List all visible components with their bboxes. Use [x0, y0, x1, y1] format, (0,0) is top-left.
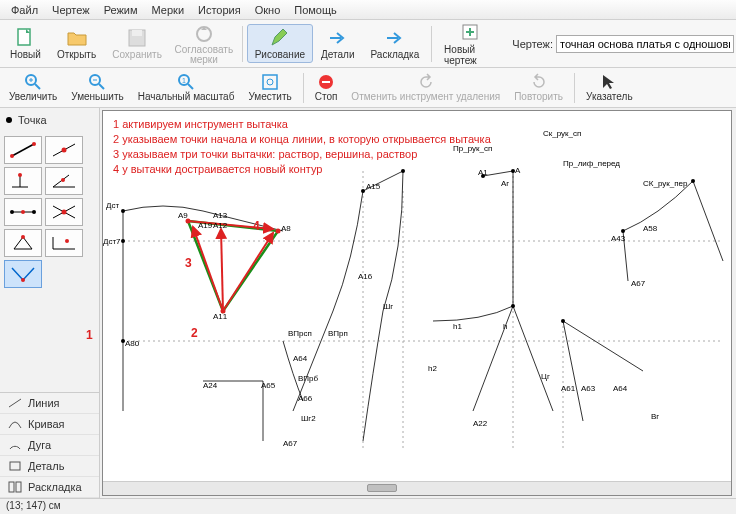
- svg-text:А12: А12: [213, 221, 228, 230]
- sidebar-item-detail[interactable]: Деталь: [0, 456, 99, 477]
- svg-text:А13: А13: [213, 211, 228, 220]
- svg-point-53: [121, 239, 125, 243]
- details-mode-button[interactable]: Детали: [313, 24, 362, 63]
- redo-icon: [530, 73, 548, 91]
- tool-line[interactable]: [4, 136, 42, 164]
- menu-help[interactable]: Помощь: [287, 2, 344, 18]
- svg-text:h: h: [503, 322, 507, 331]
- save-button[interactable]: Сохранить: [104, 24, 170, 63]
- svg-point-65: [691, 179, 695, 183]
- tool-shoulder[interactable]: [4, 198, 42, 226]
- svg-text:А64: А64: [613, 384, 628, 393]
- tool-point-on-line[interactable]: [45, 136, 83, 164]
- svg-text:А19: А19: [198, 221, 213, 230]
- stop-button[interactable]: Стоп: [308, 70, 345, 105]
- cursor-icon: [600, 73, 618, 91]
- svg-line-41: [563, 321, 643, 371]
- save-icon: [126, 27, 148, 49]
- layout-mode-button[interactable]: Раскладка: [363, 24, 428, 63]
- menu-file[interactable]: Файл: [4, 2, 45, 18]
- tool-bisector[interactable]: [45, 167, 83, 195]
- svg-point-17: [62, 148, 67, 153]
- sidebar-current-tool: Точка: [0, 108, 99, 132]
- svg-point-24: [21, 235, 25, 239]
- tool-dart[interactable]: [4, 260, 42, 288]
- svg-point-19: [61, 178, 65, 182]
- svg-text:А16: А16: [358, 272, 373, 281]
- menu-history[interactable]: История: [191, 2, 248, 18]
- sidebar-item-curve[interactable]: Кривая: [0, 414, 99, 435]
- tool-intersection[interactable]: [45, 198, 83, 226]
- status-bar: (13; 147) см: [0, 498, 736, 514]
- new-drawing-button[interactable]: Новый чертеж: [436, 19, 506, 69]
- redo-button[interactable]: Повторить: [507, 70, 570, 105]
- undo-button[interactable]: Отменить инструмент удаления: [344, 70, 507, 105]
- callout-1: 1: [86, 328, 93, 342]
- svg-line-49: [193, 227, 223, 311]
- tool-triangle[interactable]: [4, 229, 42, 257]
- svg-point-22: [32, 210, 36, 214]
- svg-point-25: [65, 239, 69, 243]
- sidebar-item-arc[interactable]: Дуга: [0, 435, 99, 456]
- undo-icon: [417, 73, 435, 91]
- svg-line-43: [693, 181, 723, 261]
- zoom-fit-icon: [261, 73, 279, 91]
- svg-text:А65: А65: [261, 381, 276, 390]
- canvas-area[interactable]: Дст Дст7 А80 А24 А65 А9 А12 А13 А19 А11 …: [102, 110, 732, 496]
- svg-rect-12: [322, 81, 330, 83]
- svg-text:Шг2: Шг2: [301, 414, 316, 423]
- menu-measures[interactable]: Мерки: [145, 2, 191, 18]
- svg-point-14: [10, 154, 14, 158]
- agree-measures-button[interactable]: Согласовать мерки: [170, 20, 238, 68]
- svg-rect-2: [132, 30, 142, 36]
- svg-line-51: [223, 233, 273, 311]
- svg-point-58: [361, 189, 365, 193]
- menu-bar: Файл Чертеж Режим Мерки История Окно Пом…: [0, 0, 736, 20]
- zoom-reset-button[interactable]: 1 Начальный масштаб: [131, 70, 242, 105]
- open-button[interactable]: Открыть: [49, 24, 104, 63]
- svg-text:А11: А11: [213, 312, 228, 321]
- svg-text:А24: А24: [203, 381, 218, 390]
- callout-4: 4: [253, 219, 260, 233]
- separator: [303, 73, 304, 103]
- new-button[interactable]: Новый: [2, 24, 49, 63]
- svg-line-13: [12, 144, 34, 156]
- separator: [242, 26, 243, 62]
- pointer-button[interactable]: Указатель: [579, 70, 640, 105]
- svg-text:h1: h1: [453, 322, 462, 331]
- zoom-out-button[interactable]: Уменьшить: [64, 70, 130, 105]
- sidebar-item-layout[interactable]: Раскладка: [0, 477, 99, 498]
- svg-point-64: [621, 229, 625, 233]
- horizontal-scrollbar[interactable]: [103, 481, 731, 495]
- arrow-right-icon: [327, 27, 349, 49]
- zoom-fit-button[interactable]: Уместить: [241, 70, 298, 105]
- svg-rect-29: [9, 482, 14, 492]
- svg-text:Аг: Аг: [501, 179, 509, 188]
- svg-text:А8: А8: [281, 224, 291, 233]
- arrow-right-icon: [384, 27, 406, 49]
- svg-text:А9: А9: [178, 211, 188, 220]
- folder-icon: [66, 27, 88, 49]
- svg-point-23: [62, 210, 67, 215]
- zoom-in-icon: [24, 73, 42, 91]
- sidebar-item-line[interactable]: Линия: [0, 393, 99, 414]
- svg-line-50: [221, 229, 223, 311]
- drawing-name-input[interactable]: [556, 35, 734, 53]
- svg-text:А63: А63: [581, 384, 596, 393]
- callout-3: 3: [185, 256, 192, 270]
- tool-perpendicular[interactable]: [4, 167, 42, 195]
- svg-text:А58: А58: [643, 224, 658, 233]
- zoom-in-button[interactable]: Увеличить: [2, 70, 64, 105]
- menu-drawing[interactable]: Чертеж: [45, 2, 97, 18]
- drawing-mode-button[interactable]: Рисование: [247, 24, 313, 63]
- menu-window[interactable]: Окно: [248, 2, 288, 18]
- separator: [431, 26, 432, 62]
- pencil-icon: [269, 27, 291, 49]
- tool-point-xy[interactable]: [45, 229, 83, 257]
- svg-text:Дст: Дст: [106, 201, 119, 210]
- svg-text:Ск_рук_сп: Ск_рук_сп: [543, 129, 581, 138]
- stop-icon: [317, 73, 335, 91]
- scrollbar-thumb[interactable]: [367, 484, 397, 492]
- menu-mode[interactable]: Режим: [97, 2, 145, 18]
- svg-text:А66: А66: [298, 394, 313, 403]
